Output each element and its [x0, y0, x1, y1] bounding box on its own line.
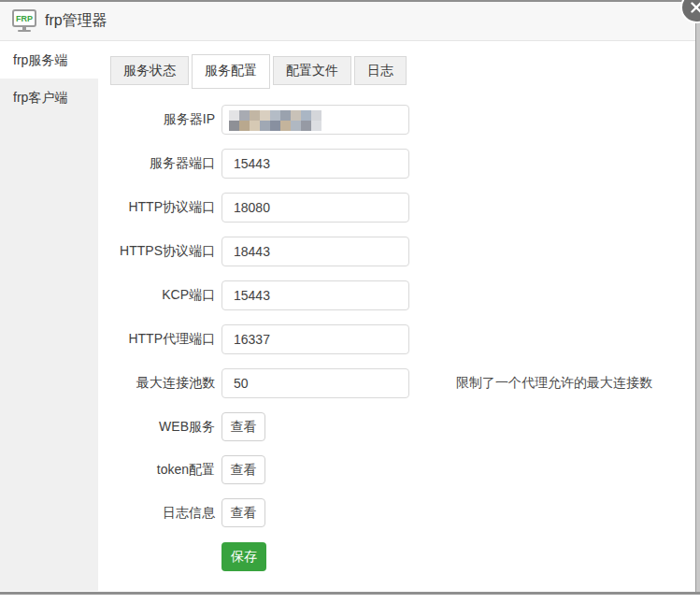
view-button[interactable]: 查看 [221, 498, 265, 527]
field-label: 服务器IP [110, 111, 215, 128]
form-row: 服务器IP [110, 105, 700, 135]
form-row: 日志信息查看 [110, 498, 700, 527]
tab-1[interactable]: 服务配置 [192, 54, 270, 89]
field-label: WEB服务 [110, 419, 215, 436]
redacted-mosaic [229, 110, 321, 131]
field-label: KCP端口 [110, 287, 215, 304]
field-label: HTTP协议端口 [110, 199, 215, 216]
window-body: frp服务端frp客户端 服务状态服务配置配置文件日志 服务器IP服务器端口HT… [0, 41, 700, 591]
form-row: KCP端口 [110, 280, 700, 310]
field-label: token配置 [110, 462, 215, 479]
tab-0[interactable]: 服务状态 [110, 56, 189, 85]
titlebar: FRP frp管理器 [0, 2, 700, 41]
logo-text: FRP [16, 14, 33, 23]
sidebar: frp服务端frp客户端 [0, 41, 98, 591]
sidebar-item-server[interactable]: frp服务端 [0, 41, 98, 79]
field-label: 最大连接池数 [110, 375, 215, 392]
close-icon [690, 1, 700, 14]
field-label: HTTP代理端口 [110, 331, 215, 348]
server-config-form: 服务器IP服务器端口HTTP协议端口HTTPS协议端口KCP端口HTTP代理端口… [110, 105, 700, 527]
close-button[interactable] [680, 0, 700, 23]
field-label: 日志信息 [110, 505, 215, 522]
form-row: HTTP代理端口 [110, 324, 700, 354]
field-input[interactable] [221, 149, 409, 179]
field-label: HTTPS协议端口 [110, 243, 215, 260]
field-input[interactable] [221, 368, 409, 398]
sidebar-item-client[interactable]: frp客户端 [0, 79, 98, 116]
view-button[interactable]: 查看 [221, 455, 265, 484]
view-button[interactable]: 查看 [221, 412, 265, 441]
frp-monitor-logo-icon: FRP [11, 8, 37, 35]
field-input-redacted[interactable] [221, 105, 409, 135]
vertical-scrollbar[interactable] [695, 12, 700, 592]
form-row: HTTPS协议端口 [110, 237, 700, 266]
field-hint: 限制了一个代理允许的最大连接数 [456, 375, 652, 392]
field-input[interactable] [221, 324, 409, 354]
field-input[interactable] [221, 237, 409, 266]
app-title: frp管理器 [45, 11, 107, 31]
form-row: HTTP协议端口 [110, 193, 700, 223]
save-row: 保存 [110, 542, 700, 571]
save-button[interactable]: 保存 [221, 542, 266, 571]
frp-manager-window: FRP frp管理器 frp服务端frp客户端 服务状态服务配置配置文件日志 服… [0, 0, 700, 603]
main-panel: 服务状态服务配置配置文件日志 服务器IP服务器端口HTTP协议端口HTTPS协议… [98, 41, 700, 591]
window-bottom-edge [0, 592, 700, 595]
form-row: 服务器端口 [110, 149, 700, 179]
tab-2[interactable]: 配置文件 [273, 56, 351, 85]
tab-3[interactable]: 日志 [354, 56, 407, 85]
form-row: 最大连接池数限制了一个代理允许的最大连接数 [110, 368, 700, 398]
form-row: token配置查看 [110, 455, 700, 484]
form-row: WEB服务查看 [110, 412, 700, 441]
field-input[interactable] [221, 280, 409, 310]
field-input[interactable] [221, 193, 409, 223]
tab-bar: 服务状态服务配置配置文件日志 [110, 56, 700, 91]
field-label: 服务器端口 [110, 155, 215, 172]
